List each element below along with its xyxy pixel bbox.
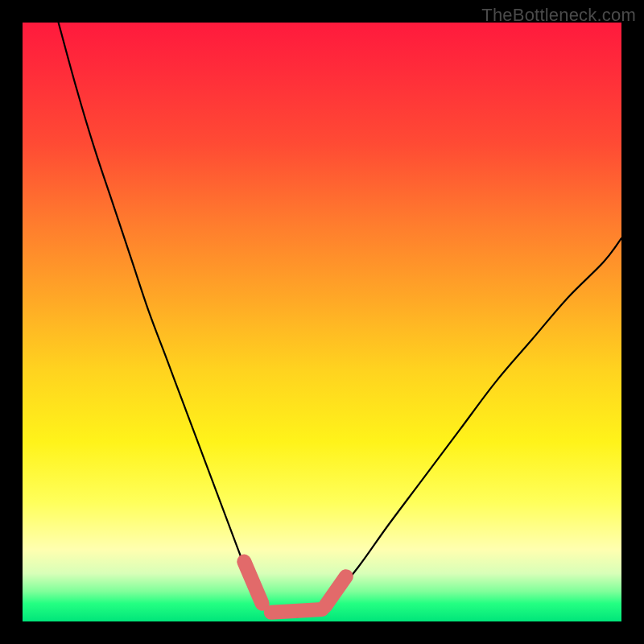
- outer-frame: TheBottleneck.com: [0, 0, 644, 644]
- gradient-plot-area: [23, 23, 621, 621]
- floor-marker-segment: [271, 609, 322, 613]
- bottleneck-curve-path: [59, 23, 621, 617]
- curve-layer: [23, 23, 621, 621]
- right-marker-segment: [325, 576, 346, 606]
- marker-group: [244, 562, 346, 613]
- left-marker-segment: [244, 562, 262, 604]
